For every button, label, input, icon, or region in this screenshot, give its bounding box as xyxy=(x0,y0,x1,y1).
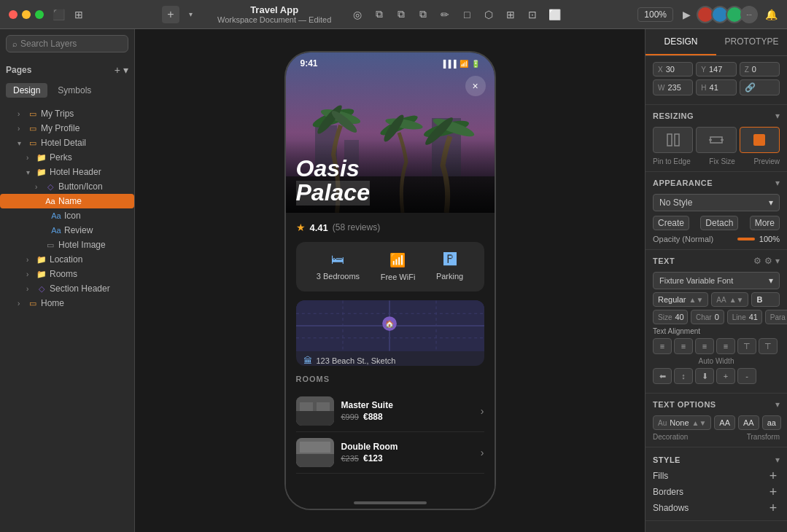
map-section[interactable]: 🏠 🏛 123 Beach St., Sketch 🏛 300m from hi… xyxy=(296,300,484,366)
tab-design[interactable]: DESIGN xyxy=(646,29,716,55)
layer-hotel-header[interactable]: ▾ 📁 Hotel Header xyxy=(0,165,134,179)
layer-review[interactable]: Aa Review xyxy=(0,223,134,238)
align-top-left-btn[interactable]: ⊤ xyxy=(737,338,756,354)
align-justify-btn[interactable]: ≡ xyxy=(716,338,735,354)
transform-small-field[interactable]: aa xyxy=(762,415,781,430)
font-style-up[interactable]: ▲▼ xyxy=(689,296,704,304)
duplicate-icon[interactable]: ⧉ xyxy=(394,7,408,22)
bell-icon[interactable]: 🔔 xyxy=(764,7,778,22)
size-value-field[interactable]: Size 40 xyxy=(653,310,688,324)
brush-icon[interactable]: ✏ xyxy=(438,7,452,22)
tab-symbols[interactable]: Symbols xyxy=(50,83,98,98)
decor-up[interactable]: ▲▼ xyxy=(692,419,707,427)
fullscreen-window-button[interactable] xyxy=(35,10,44,19)
battery-icon: 🔋 xyxy=(471,60,480,68)
create-button[interactable]: Create xyxy=(653,216,689,230)
pages-chevron[interactable]: ▾ xyxy=(123,64,128,76)
collapse-icon[interactable]: ▾ xyxy=(775,455,780,465)
layer-hotel-image[interactable]: ▭ Hotel Image xyxy=(0,238,134,252)
font-bold-field[interactable]: B xyxy=(751,292,780,307)
valign-minus-btn[interactable]: - xyxy=(737,368,756,384)
target-icon[interactable]: ◎ xyxy=(350,7,365,22)
frame2-icon[interactable]: ⬜ xyxy=(547,7,562,22)
font-select[interactable]: Fixture Variable Font ▾ xyxy=(653,272,780,289)
align-left-btn[interactable]: ≡ xyxy=(653,338,672,354)
align-center-btn[interactable]: ≡ xyxy=(674,338,693,354)
transform-field[interactable]: AA xyxy=(714,415,735,430)
y-field[interactable]: Y 147 xyxy=(696,62,736,77)
collapse-icon[interactable]: ▾ xyxy=(775,178,780,188)
transform-aa-field[interactable]: AA xyxy=(738,415,759,430)
valign-plus-btn[interactable]: + xyxy=(716,368,735,384)
lock-field[interactable]: 🔗 xyxy=(740,79,780,95)
grid-icon[interactable]: ⊞ xyxy=(71,7,86,22)
x-field[interactable]: X 30 xyxy=(653,62,693,77)
canvas[interactable]: 9:41 ▐▐▐ 📶 🔋 xyxy=(135,29,645,532)
search-layers-input[interactable]: ⌕ Search Layers xyxy=(6,35,128,52)
valign-right-btn[interactable]: ⬇ xyxy=(695,368,714,384)
add-border-button[interactable]: + xyxy=(767,485,780,498)
component-icon[interactable]: ⬡ xyxy=(481,7,496,22)
w-field[interactable]: W 235 xyxy=(653,79,693,95)
layer-home[interactable]: › ▭ Home xyxy=(0,296,134,310)
copy-icon[interactable]: ⧉ xyxy=(372,7,387,22)
style-select[interactable]: No Style ▾ xyxy=(653,194,780,211)
font-style-field[interactable]: Regular ▲▼ xyxy=(653,292,708,307)
text-icon2[interactable]: ⚙ xyxy=(764,256,772,266)
font-size-field[interactable]: AA ▲▼ xyxy=(711,292,748,307)
more-button[interactable]: More xyxy=(750,216,780,230)
room-card-1[interactable]: Master Suite €999 €888 › xyxy=(296,391,484,432)
tab-design[interactable]: Design xyxy=(6,83,47,98)
decoration-field[interactable]: Au None ▲▼ xyxy=(653,415,711,430)
para-field[interactable]: Para 0 xyxy=(765,310,787,324)
close-window-button[interactable] xyxy=(9,10,18,19)
add-fill-button[interactable]: + xyxy=(767,469,780,482)
text-type-icon: Aa xyxy=(51,226,61,235)
paste2-icon[interactable]: ⊡ xyxy=(525,7,540,22)
alignment-row: ≡ ≡ ≡ ≡ ⊤ ⊤ xyxy=(653,338,780,354)
valign-center-btn[interactable]: ↕ xyxy=(674,368,693,384)
layer-button-icon[interactable]: › ◇ Button/Icon xyxy=(0,179,134,194)
add-dropdown[interactable]: ▾ xyxy=(184,7,198,22)
close-button[interactable]: × xyxy=(465,76,486,96)
h-field[interactable]: H 41 xyxy=(696,79,736,95)
char-field[interactable]: Char 0 xyxy=(691,310,724,324)
minimize-window-button[interactable] xyxy=(22,10,31,19)
add-button[interactable]: + xyxy=(162,6,179,23)
avatar-more[interactable]: ··· xyxy=(740,6,758,23)
layer-rooms[interactable]: › 📁 Rooms xyxy=(0,267,134,281)
frame-icon[interactable]: □ xyxy=(460,7,474,22)
text-icon1[interactable]: ⚙ xyxy=(753,256,761,266)
collapse-icon[interactable]: ▾ xyxy=(775,111,780,121)
layer-location[interactable]: › 📁 Location xyxy=(0,252,134,267)
play-icon[interactable]: ▶ xyxy=(679,7,694,22)
collapse-icon[interactable]: ▾ xyxy=(775,256,780,266)
detach-button[interactable]: Detach xyxy=(700,216,738,230)
fix-size-option[interactable] xyxy=(696,127,736,153)
zoom-level[interactable]: 100% xyxy=(637,7,673,22)
layer-perks[interactable]: › 📁 Perks xyxy=(0,150,134,165)
room-card-2[interactable]: Double Room €235 €123 › xyxy=(296,432,484,474)
layer-name[interactable]: Aa Name xyxy=(0,194,134,208)
layer-icon[interactable]: Aa Icon xyxy=(0,208,134,223)
align-top-center-btn[interactable]: ⊤ xyxy=(759,338,778,354)
align-right-btn[interactable]: ≡ xyxy=(695,338,714,354)
preview-option[interactable] xyxy=(740,127,780,153)
layer-hotel-detail[interactable]: ▾ ▭ Hotel Detail xyxy=(0,136,134,150)
pin-to-edge-option[interactable] xyxy=(653,127,693,153)
layer-my-trips[interactable]: › ▭ My Trips xyxy=(0,106,134,121)
paste-icon[interactable]: ⧉ xyxy=(416,7,430,22)
layer-my-profile[interactable]: › ▭ My Profile xyxy=(0,121,134,136)
layer-section-header[interactable]: › ◇ Section Header xyxy=(0,281,134,296)
line-field[interactable]: Line 41 xyxy=(727,310,762,324)
opacity-slider[interactable] xyxy=(737,238,755,240)
collapse-icon[interactable]: ▾ xyxy=(775,399,780,410)
z-field[interactable]: Z 0 xyxy=(740,62,780,77)
add-shadow-button[interactable]: + xyxy=(767,501,780,515)
folder-icon[interactable]: ⬛ xyxy=(51,7,66,22)
add-page-button[interactable]: + xyxy=(115,64,120,76)
font-size-up[interactable]: ▲▼ xyxy=(729,296,744,304)
tab-prototype[interactable]: PROTOTYPE xyxy=(716,29,787,55)
copy2-icon[interactable]: ⊞ xyxy=(503,7,518,22)
valign-left-btn[interactable]: ⬅ xyxy=(653,368,672,384)
